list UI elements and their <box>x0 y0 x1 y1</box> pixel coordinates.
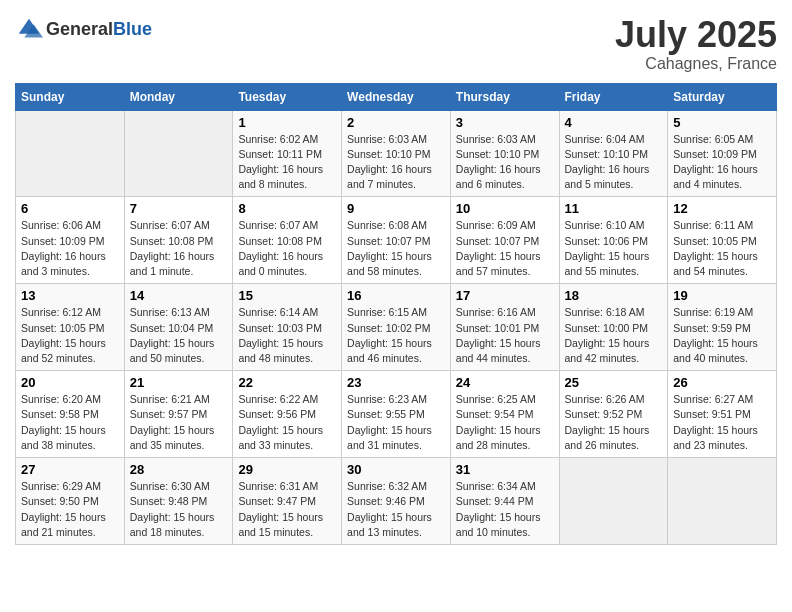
day-info: Sunrise: 6:22 AMSunset: 9:56 PMDaylight:… <box>238 392 336 453</box>
calendar-cell: 28Sunrise: 6:30 AMSunset: 9:48 PMDayligh… <box>124 458 233 545</box>
calendar-cell: 7Sunrise: 6:07 AMSunset: 10:08 PMDayligh… <box>124 197 233 284</box>
logo-icon <box>15 15 43 43</box>
day-number: 8 <box>238 201 336 216</box>
day-number: 6 <box>21 201 119 216</box>
title-block: July 2025 Cahagnes, France <box>615 15 777 73</box>
calendar-cell: 2Sunrise: 6:03 AMSunset: 10:10 PMDayligh… <box>342 110 451 197</box>
day-info: Sunrise: 6:25 AMSunset: 9:54 PMDaylight:… <box>456 392 554 453</box>
calendar-cell: 12Sunrise: 6:11 AMSunset: 10:05 PMDaylig… <box>668 197 777 284</box>
calendar-cell: 16Sunrise: 6:15 AMSunset: 10:02 PMDaylig… <box>342 284 451 371</box>
day-number: 17 <box>456 288 554 303</box>
day-info: Sunrise: 6:11 AMSunset: 10:05 PMDaylight… <box>673 218 771 279</box>
day-number: 4 <box>565 115 663 130</box>
day-info: Sunrise: 6:07 AMSunset: 10:08 PMDaylight… <box>130 218 228 279</box>
calendar-cell: 19Sunrise: 6:19 AMSunset: 9:59 PMDayligh… <box>668 284 777 371</box>
calendar-cell: 22Sunrise: 6:22 AMSunset: 9:56 PMDayligh… <box>233 371 342 458</box>
calendar-cell: 14Sunrise: 6:13 AMSunset: 10:04 PMDaylig… <box>124 284 233 371</box>
location: Cahagnes, France <box>615 55 777 73</box>
day-info: Sunrise: 6:05 AMSunset: 10:09 PMDaylight… <box>673 132 771 193</box>
day-info: Sunrise: 6:03 AMSunset: 10:10 PMDaylight… <box>347 132 445 193</box>
day-info: Sunrise: 6:06 AMSunset: 10:09 PMDaylight… <box>21 218 119 279</box>
day-info: Sunrise: 6:04 AMSunset: 10:10 PMDaylight… <box>565 132 663 193</box>
day-number: 1 <box>238 115 336 130</box>
day-number: 31 <box>456 462 554 477</box>
day-info: Sunrise: 6:32 AMSunset: 9:46 PMDaylight:… <box>347 479 445 540</box>
calendar-body: 1Sunrise: 6:02 AMSunset: 10:11 PMDayligh… <box>16 110 777 544</box>
column-header-monday: Monday <box>124 83 233 110</box>
day-info: Sunrise: 6:15 AMSunset: 10:02 PMDaylight… <box>347 305 445 366</box>
day-number: 19 <box>673 288 771 303</box>
day-number: 11 <box>565 201 663 216</box>
calendar-cell: 8Sunrise: 6:07 AMSunset: 10:08 PMDayligh… <box>233 197 342 284</box>
day-number: 30 <box>347 462 445 477</box>
calendar-cell: 6Sunrise: 6:06 AMSunset: 10:09 PMDayligh… <box>16 197 125 284</box>
calendar-cell: 20Sunrise: 6:20 AMSunset: 9:58 PMDayligh… <box>16 371 125 458</box>
calendar-cell: 17Sunrise: 6:16 AMSunset: 10:01 PMDaylig… <box>450 284 559 371</box>
calendar-cell: 11Sunrise: 6:10 AMSunset: 10:06 PMDaylig… <box>559 197 668 284</box>
day-info: Sunrise: 6:34 AMSunset: 9:44 PMDaylight:… <box>456 479 554 540</box>
calendar-cell <box>559 458 668 545</box>
calendar-cell: 27Sunrise: 6:29 AMSunset: 9:50 PMDayligh… <box>16 458 125 545</box>
day-number: 21 <box>130 375 228 390</box>
day-info: Sunrise: 6:13 AMSunset: 10:04 PMDaylight… <box>130 305 228 366</box>
day-info: Sunrise: 6:20 AMSunset: 9:58 PMDaylight:… <box>21 392 119 453</box>
calendar-cell: 29Sunrise: 6:31 AMSunset: 9:47 PMDayligh… <box>233 458 342 545</box>
day-info: Sunrise: 6:12 AMSunset: 10:05 PMDaylight… <box>21 305 119 366</box>
calendar-cell <box>16 110 125 197</box>
day-number: 12 <box>673 201 771 216</box>
logo-text: GeneralBlue <box>46 19 152 40</box>
column-header-wednesday: Wednesday <box>342 83 451 110</box>
day-number: 24 <box>456 375 554 390</box>
day-info: Sunrise: 6:02 AMSunset: 10:11 PMDaylight… <box>238 132 336 193</box>
day-info: Sunrise: 6:10 AMSunset: 10:06 PMDaylight… <box>565 218 663 279</box>
day-info: Sunrise: 6:14 AMSunset: 10:03 PMDaylight… <box>238 305 336 366</box>
day-info: Sunrise: 6:08 AMSunset: 10:07 PMDaylight… <box>347 218 445 279</box>
day-info: Sunrise: 6:23 AMSunset: 9:55 PMDaylight:… <box>347 392 445 453</box>
day-number: 2 <box>347 115 445 130</box>
day-number: 5 <box>673 115 771 130</box>
month-title: July 2025 <box>615 15 777 55</box>
day-number: 26 <box>673 375 771 390</box>
calendar-week-4: 20Sunrise: 6:20 AMSunset: 9:58 PMDayligh… <box>16 371 777 458</box>
column-header-saturday: Saturday <box>668 83 777 110</box>
calendar-table: SundayMondayTuesdayWednesdayThursdayFrid… <box>15 83 777 545</box>
column-header-sunday: Sunday <box>16 83 125 110</box>
day-number: 29 <box>238 462 336 477</box>
day-number: 27 <box>21 462 119 477</box>
day-info: Sunrise: 6:18 AMSunset: 10:00 PMDaylight… <box>565 305 663 366</box>
day-info: Sunrise: 6:03 AMSunset: 10:10 PMDaylight… <box>456 132 554 193</box>
day-number: 18 <box>565 288 663 303</box>
day-info: Sunrise: 6:21 AMSunset: 9:57 PMDaylight:… <box>130 392 228 453</box>
calendar-week-1: 1Sunrise: 6:02 AMSunset: 10:11 PMDayligh… <box>16 110 777 197</box>
day-info: Sunrise: 6:26 AMSunset: 9:52 PMDaylight:… <box>565 392 663 453</box>
day-info: Sunrise: 6:16 AMSunset: 10:01 PMDaylight… <box>456 305 554 366</box>
day-info: Sunrise: 6:09 AMSunset: 10:07 PMDaylight… <box>456 218 554 279</box>
day-number: 10 <box>456 201 554 216</box>
calendar-cell: 25Sunrise: 6:26 AMSunset: 9:52 PMDayligh… <box>559 371 668 458</box>
day-info: Sunrise: 6:29 AMSunset: 9:50 PMDaylight:… <box>21 479 119 540</box>
calendar-cell: 23Sunrise: 6:23 AMSunset: 9:55 PMDayligh… <box>342 371 451 458</box>
calendar-cell: 9Sunrise: 6:08 AMSunset: 10:07 PMDayligh… <box>342 197 451 284</box>
calendar-cell: 21Sunrise: 6:21 AMSunset: 9:57 PMDayligh… <box>124 371 233 458</box>
column-header-friday: Friday <box>559 83 668 110</box>
calendar-week-3: 13Sunrise: 6:12 AMSunset: 10:05 PMDaylig… <box>16 284 777 371</box>
calendar-cell: 5Sunrise: 6:05 AMSunset: 10:09 PMDayligh… <box>668 110 777 197</box>
calendar-cell: 4Sunrise: 6:04 AMSunset: 10:10 PMDayligh… <box>559 110 668 197</box>
calendar-cell: 1Sunrise: 6:02 AMSunset: 10:11 PMDayligh… <box>233 110 342 197</box>
day-number: 3 <box>456 115 554 130</box>
day-info: Sunrise: 6:30 AMSunset: 9:48 PMDaylight:… <box>130 479 228 540</box>
day-info: Sunrise: 6:07 AMSunset: 10:08 PMDaylight… <box>238 218 336 279</box>
calendar-cell: 31Sunrise: 6:34 AMSunset: 9:44 PMDayligh… <box>450 458 559 545</box>
day-info: Sunrise: 6:31 AMSunset: 9:47 PMDaylight:… <box>238 479 336 540</box>
calendar-cell <box>124 110 233 197</box>
day-number: 13 <box>21 288 119 303</box>
calendar-cell: 10Sunrise: 6:09 AMSunset: 10:07 PMDaylig… <box>450 197 559 284</box>
calendar-cell: 13Sunrise: 6:12 AMSunset: 10:05 PMDaylig… <box>16 284 125 371</box>
day-number: 25 <box>565 375 663 390</box>
calendar-header: SundayMondayTuesdayWednesdayThursdayFrid… <box>16 83 777 110</box>
calendar-cell: 3Sunrise: 6:03 AMSunset: 10:10 PMDayligh… <box>450 110 559 197</box>
day-number: 15 <box>238 288 336 303</box>
day-number: 28 <box>130 462 228 477</box>
day-number: 20 <box>21 375 119 390</box>
calendar-cell <box>668 458 777 545</box>
